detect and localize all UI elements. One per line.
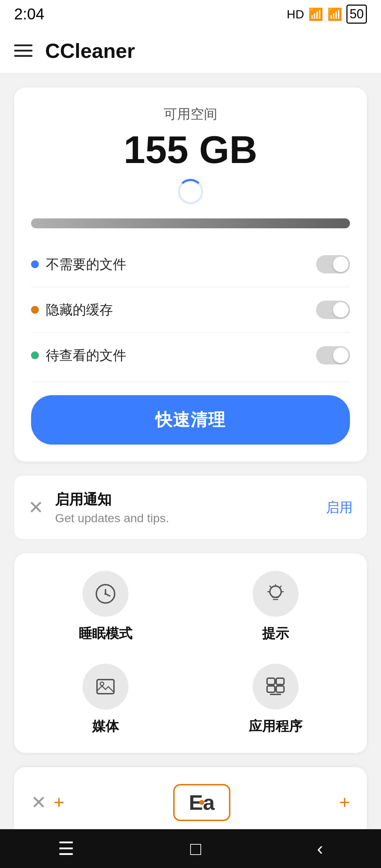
toggle-rows: 不需要的文件 隐藏的缓存 待查看的文件 — [31, 245, 350, 374]
apps-icon-circle — [253, 664, 298, 710]
speedometer-icon — [94, 583, 117, 605]
feature-tips-label: 提示 — [262, 625, 289, 643]
quick-clean-button[interactable]: 快速清理 — [31, 395, 350, 445]
nav-menu-icon[interactable]: ☰ — [58, 838, 74, 859]
status-time: 2:04 — [14, 5, 44, 23]
storage-value: 155 GB — [31, 130, 350, 169]
storage-progress-bar — [31, 218, 350, 228]
main-content: 可用空间 155 GB 不需要的文件 隐藏的缓存 — [0, 73, 381, 852]
svg-rect-6 — [276, 678, 284, 685]
bottom-ea-box: Ea — [75, 784, 328, 821]
loading-spinner — [31, 179, 350, 204]
toggle-label-unnecessary: 不需要的文件 — [46, 255, 126, 273]
dot-green — [31, 351, 39, 359]
storage-card: 可用空间 155 GB 不需要的文件 隐藏的缓存 — [14, 88, 367, 462]
status-bar: 2:04 HD 📶 📶 50 — [0, 0, 381, 28]
feature-media[interactable]: 媒体 — [31, 664, 180, 735]
bottom-banner-close-button[interactable]: ✕ — [31, 792, 47, 813]
notification-text: 启用通知 Get updates and tips. — [55, 490, 315, 525]
toggle-row-pending: 待查看的文件 — [31, 336, 350, 374]
signal-bars-icon: 📶 — [308, 7, 323, 21]
lightbulb-icon — [264, 583, 287, 605]
wifi-icon: 📶 — [327, 7, 342, 21]
nav-home-icon[interactable]: □ — [190, 838, 201, 859]
menu-button[interactable] — [14, 44, 32, 57]
feature-apps-label: 应用程序 — [249, 717, 302, 735]
feature-apps[interactable]: 应用程序 — [201, 664, 350, 735]
toggle-unnecessary[interactable] — [316, 255, 350, 273]
toggle-row-cache: 隐藏的缓存 — [31, 291, 350, 329]
feature-media-label: 媒体 — [92, 717, 119, 735]
toggle-pending[interactable] — [316, 346, 350, 364]
divider-before-btn — [31, 381, 350, 382]
battery-icon: 50 — [346, 5, 367, 24]
toggle-label-pending: 待查看的文件 — [46, 346, 126, 364]
feature-grid: 睡眠模式 提示 — [31, 571, 350, 735]
feature-sleep-mode-label: 睡眠模式 — [79, 625, 132, 643]
media-icon-circle — [83, 664, 128, 710]
app-header: CCleaner — [0, 28, 381, 73]
toggle-row-unnecessary: 不需要的文件 — [31, 245, 350, 283]
notification-close-button[interactable]: ✕ — [28, 498, 44, 517]
divider-2 — [31, 332, 350, 333]
toggle-cache[interactable] — [316, 301, 350, 319]
sleep-mode-icon-circle — [83, 571, 128, 617]
ea-dot — [199, 800, 204, 805]
svg-point-2 — [270, 586, 281, 597]
toggle-label-cache: 隐藏的缓存 — [46, 301, 113, 319]
dot-blue — [31, 260, 39, 268]
bottom-plus-left-icon: + — [54, 792, 64, 813]
dot-orange — [31, 306, 39, 314]
system-nav-bar: ☰ □ ‹ — [0, 829, 381, 868]
status-icons: HD 📶 📶 50 — [287, 5, 367, 24]
bottom-ad-banner: ✕ + Ea + — [14, 767, 367, 838]
svg-point-1 — [104, 593, 107, 595]
svg-rect-7 — [267, 686, 275, 692]
notification-title: 启用通知 — [55, 490, 315, 509]
notification-banner: ✕ 启用通知 Get updates and tips. 启用 — [14, 476, 367, 539]
svg-rect-9 — [270, 694, 281, 695]
signal-icon: HD — [287, 7, 304, 21]
feature-grid-card: 睡眠模式 提示 — [14, 553, 367, 753]
nav-back-icon[interactable]: ‹ — [317, 838, 323, 859]
svg-point-4 — [100, 682, 104, 686]
feature-sleep-mode[interactable]: 睡眠模式 — [31, 571, 180, 643]
bottom-plus-right-icon: + — [339, 792, 350, 813]
app-title: CCleaner — [45, 39, 135, 62]
feature-tips[interactable]: 提示 — [201, 571, 350, 643]
apps-icon — [264, 675, 287, 698]
storage-label: 可用空间 — [31, 105, 350, 123]
notification-enable-button[interactable]: 启用 — [326, 499, 353, 517]
notification-subtitle: Get updates and tips. — [55, 511, 315, 525]
image-icon — [94, 675, 117, 698]
ea-badge: Ea — [173, 784, 230, 821]
svg-rect-8 — [276, 686, 284, 692]
svg-rect-5 — [267, 678, 275, 685]
svg-rect-3 — [97, 680, 114, 694]
spinner-ring — [178, 179, 203, 204]
divider-1 — [31, 287, 350, 287]
tips-icon-circle — [253, 571, 298, 617]
